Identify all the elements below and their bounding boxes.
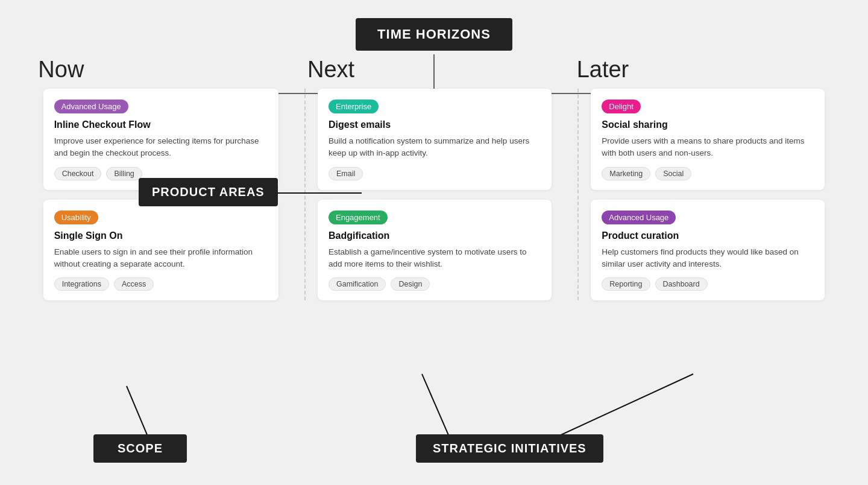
card-desc-product-curation: Help customers find products they would …	[602, 246, 814, 271]
tags-sso: Integrations Access	[54, 277, 268, 291]
top-node: TIME HORIZONS	[356, 18, 512, 51]
tags-badgification: Gamification Design	[329, 277, 541, 291]
badge-advanced-usage-2: Advanced Usage	[602, 211, 676, 224]
card-product-curation: Advanced Usage Product curation Help cus…	[591, 200, 825, 301]
badge-advanced-usage-1: Advanced Usage	[54, 100, 128, 113]
tag-gamification: Gamification	[329, 277, 386, 291]
tag-reporting: Reporting	[602, 277, 650, 291]
tag-social: Social	[655, 167, 691, 180]
tag-marketing: Marketing	[602, 167, 650, 180]
strategic-initiatives-tooltip: STRATEGIC INITIATIVES	[416, 434, 603, 463]
product-areas-tooltip: PRODUCT AREAS	[139, 178, 278, 206]
badge-enterprise: Enterprise	[329, 100, 379, 113]
scope-tooltip: SCOPE	[93, 434, 187, 463]
card-title-digest: Digest emails	[329, 119, 541, 130]
main-container: TIME HORIZONS Now Next	[0, 0, 868, 485]
tag-access: Access	[114, 277, 154, 291]
card-title-badgification: Badgification	[329, 230, 541, 241]
card-title-product-curation: Product curation	[602, 230, 814, 241]
card-title-inline-checkout: Inline Checkout Flow	[54, 119, 268, 130]
top-node-container: TIME HORIZONS	[12, 18, 856, 51]
badge-engagement: Engagement	[329, 211, 388, 224]
card-sso: Usability Single Sign On Enable users to…	[43, 200, 278, 301]
card-desc-sso: Enable users to sign in and see their pr…	[54, 246, 268, 271]
card-badgification: Engagement Badgification Establish a gam…	[318, 200, 552, 301]
tags-product-curation: Reporting Dashboard	[602, 277, 814, 291]
tag-integrations: Integrations	[54, 277, 109, 291]
card-desc-digest: Build a notification system to summarize…	[329, 135, 541, 160]
tag-billing: Billing	[106, 167, 142, 180]
column-later: Delight Social sharing Provide users wit…	[577, 89, 837, 300]
title-text: TIME HORIZONS	[377, 27, 491, 42]
svg-line-9	[422, 374, 452, 443]
card-title-sso: Single Sign On	[54, 230, 268, 241]
svg-line-10	[542, 374, 693, 443]
card-desc-badgification: Establish a game/incentive system to mot…	[329, 246, 541, 271]
card-desc-social-sharing: Provide users with a means to share prod…	[602, 135, 814, 160]
tag-dashboard: Dashboard	[655, 277, 708, 291]
card-desc-inline-checkout: Improve user experience for selecting it…	[54, 135, 268, 160]
card-inline-checkout: Advanced Usage Inline Checkout Flow Impr…	[43, 89, 278, 190]
card-digest-emails: Enterprise Digest emails Build a notific…	[318, 89, 552, 190]
col-header-later: Later	[577, 57, 830, 83]
card-social-sharing: Delight Social sharing Provide users wit…	[591, 89, 825, 190]
col-header-now: Now	[38, 57, 291, 83]
card-title-social-sharing: Social sharing	[602, 119, 814, 130]
tag-email: Email	[329, 167, 363, 180]
badge-usability: Usability	[54, 211, 98, 224]
tag-checkout: Checkout	[54, 167, 102, 180]
columns-row: Now Next Later	[12, 57, 856, 83]
col-header-next: Next	[307, 57, 561, 83]
badge-delight: Delight	[602, 100, 640, 113]
column-next: Enterprise Digest emails Build a notific…	[304, 89, 564, 300]
tags-social-sharing: Marketing Social	[602, 167, 814, 180]
tag-design: Design	[391, 277, 430, 291]
tags-digest: Email	[329, 167, 541, 180]
